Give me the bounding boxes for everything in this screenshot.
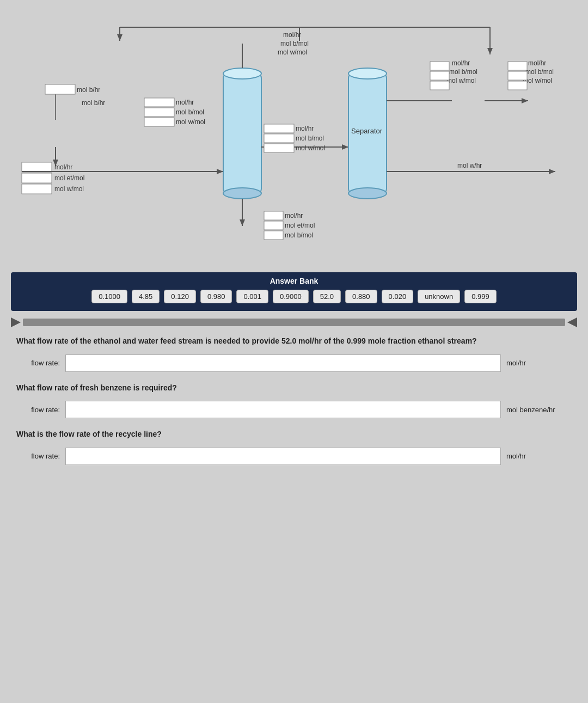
svg-text:mol w/mol: mol w/mol <box>176 118 205 126</box>
svg-rect-60 <box>430 62 449 70</box>
svg-marker-44 <box>240 219 245 226</box>
svg-text:mol b/hr: mol b/hr <box>77 86 100 94</box>
svg-rect-62 <box>430 81 449 90</box>
svg-marker-28 <box>217 169 223 174</box>
svg-rect-61 <box>430 71 449 80</box>
svg-rect-65 <box>508 81 527 90</box>
svg-text:mol w/mol: mol w/mol <box>296 144 325 152</box>
svg-rect-66 <box>264 211 283 220</box>
svg-text:mol w/mol: mol w/mol <box>54 185 84 193</box>
question-1-label: flow rate: <box>16 359 60 367</box>
question-1-unit: mol/hr <box>506 359 572 367</box>
svg-rect-68 <box>264 231 283 240</box>
answer-bank: Answer Bank 0.1000 4.85 0.120 0.980 0.00… <box>11 272 577 311</box>
question-2-text: What flow rate of fresh benzene is requi… <box>16 383 572 394</box>
svg-text:mol/hr: mol/hr <box>176 99 194 106</box>
svg-marker-6 <box>117 34 122 41</box>
question-2-label: flow rate: <box>16 406 60 414</box>
svg-text:mol b/mol: mol b/mol <box>296 135 324 142</box>
svg-text:mol w/mol: mol w/mol <box>446 77 476 84</box>
question-3-answer-row: flow rate: mol/hr <box>16 448 572 465</box>
scroll-right-arrow[interactable] <box>567 317 577 327</box>
svg-text:mol et/mol: mol et/mol <box>285 222 315 229</box>
scroll-bar[interactable] <box>11 317 577 327</box>
svg-rect-33 <box>144 118 174 126</box>
answer-chip-ab11[interactable]: 0.999 <box>464 290 497 303</box>
svg-text:mol b/mol: mol b/mol <box>280 40 309 47</box>
answer-bank-items: 0.1000 4.85 0.120 0.980 0.001 0.9000 52.… <box>20 290 568 307</box>
svg-marker-59 <box>522 98 528 103</box>
svg-rect-31 <box>144 98 174 107</box>
svg-point-55 <box>348 188 387 199</box>
svg-rect-23 <box>22 184 52 194</box>
question-1-input[interactable] <box>65 354 501 372</box>
answer-chip-ab9[interactable]: 0.020 <box>382 290 414 303</box>
question-2-unit: mol benzene/hr <box>506 406 572 414</box>
answer-chip-ab1[interactable]: 0.1000 <box>91 290 127 303</box>
svg-text:mol et/mol: mol et/mol <box>54 174 84 182</box>
questions-area: What flow rate of the ethanol and water … <box>11 336 577 465</box>
svg-rect-64 <box>508 71 527 80</box>
question-2-input[interactable] <box>65 401 501 418</box>
svg-marker-73 <box>549 169 555 174</box>
svg-rect-21 <box>22 162 52 172</box>
scroll-track[interactable] <box>23 319 565 326</box>
answer-chip-ab5[interactable]: 0.001 <box>236 290 268 303</box>
svg-rect-48 <box>264 134 294 143</box>
svg-text:mol/hr: mol/hr <box>54 163 72 171</box>
svg-rect-22 <box>22 173 52 183</box>
answer-chip-ab8[interactable]: 0.880 <box>345 290 377 303</box>
svg-text:mol b/mol: mol b/mol <box>449 68 477 76</box>
svg-rect-39 <box>223 74 261 193</box>
question-1-answer-row: flow rate: mol/hr <box>16 354 572 372</box>
answer-chip-ab3[interactable]: 0.120 <box>164 290 196 303</box>
svg-text:mol b/mol: mol b/mol <box>285 231 313 239</box>
svg-text:mol b/mol: mol b/mol <box>176 108 204 116</box>
answer-chip-ab4[interactable]: 0.980 <box>200 290 232 303</box>
svg-rect-49 <box>264 144 294 152</box>
question-3-unit: mol/hr <box>506 452 572 460</box>
process-diagram: mol/hr mol b/mol mol w/mol mol/hr mol b/… <box>11 11 577 267</box>
question-3-text: What is the flow rate of the recycle lin… <box>16 429 572 440</box>
answer-chip-ab2[interactable]: 4.85 <box>132 290 160 303</box>
svg-text:mol/hr: mol/hr <box>285 212 303 219</box>
answer-chip-ab10[interactable]: unknown <box>418 290 460 303</box>
question-2-answer-row: flow rate: mol benzene/hr <box>16 401 572 418</box>
svg-rect-32 <box>144 108 174 117</box>
scroll-left-arrow[interactable] <box>11 317 21 327</box>
svg-text:mol/hr: mol/hr <box>452 59 470 67</box>
svg-marker-3 <box>487 48 493 54</box>
svg-text:mol b/hr: mol b/hr <box>82 99 105 107</box>
question-3-input[interactable] <box>65 448 501 465</box>
svg-text:mol w/hr: mol w/hr <box>457 162 482 169</box>
answer-bank-title: Answer Bank <box>20 277 568 285</box>
svg-text:mol b/mol: mol b/mol <box>525 68 554 76</box>
svg-text:mol/hr: mol/hr <box>528 59 546 67</box>
svg-text:mol/hr: mol/hr <box>283 31 301 39</box>
svg-text:mol w/mol: mol w/mol <box>278 48 307 56</box>
svg-point-41 <box>223 188 261 199</box>
svg-rect-47 <box>264 124 294 133</box>
svg-point-40 <box>223 68 261 79</box>
question-1-text: What flow rate of the ethanol and water … <box>16 336 572 347</box>
question-3-label: flow rate: <box>16 452 60 460</box>
svg-text:Separator: Separator <box>351 127 383 135</box>
svg-text:mol/hr: mol/hr <box>296 125 314 132</box>
svg-rect-67 <box>264 221 283 230</box>
svg-marker-46 <box>342 144 348 150</box>
answer-chip-ab6[interactable]: 0.9000 <box>273 290 309 303</box>
svg-point-54 <box>348 68 387 79</box>
answer-chip-ab7[interactable]: 52.0 <box>313 290 341 303</box>
svg-rect-63 <box>508 62 527 70</box>
svg-rect-29 <box>45 84 75 94</box>
